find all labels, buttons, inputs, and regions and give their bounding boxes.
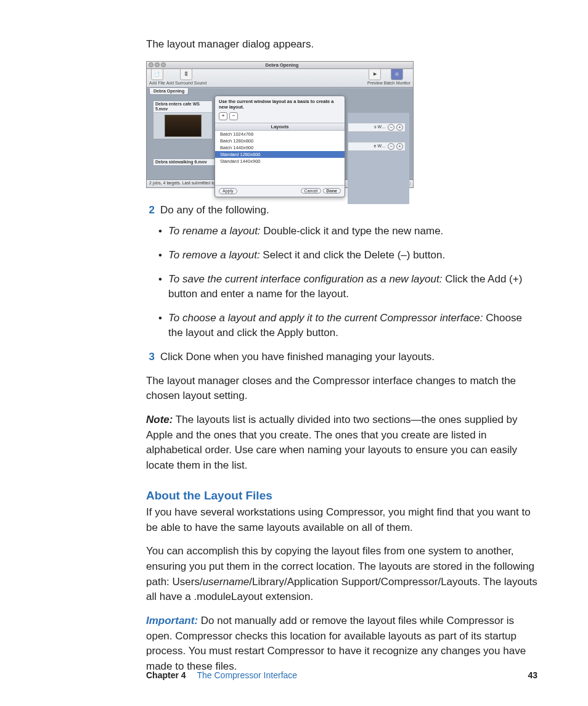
intro-text: The layout manager dialog appears. — [146, 37, 537, 52]
layout-list-item[interactable]: Standard 1280x800 — [215, 151, 345, 158]
file-icon: 📄 — [151, 68, 163, 80]
add-file-label: Add File — [149, 81, 165, 86]
step-2: 2 Do any of the following. — [146, 203, 537, 218]
section-heading: About the Layout Files — [146, 487, 537, 504]
surround-icon: 🎛 — [180, 68, 192, 80]
step-2-text: Do any of the following. — [160, 203, 269, 218]
step-3: 3 Click Done when you have finished mana… — [146, 350, 537, 365]
target-row-1[interactable]: s W… − + — [348, 123, 406, 132]
remove-layout-button[interactable]: − — [229, 112, 238, 120]
batch-tab[interactable]: Debra Opening — [149, 88, 189, 95]
bullet-lead: To choose a layout and apply it to the c… — [168, 312, 483, 324]
plus-icon[interactable]: + — [396, 143, 403, 150]
apply-button[interactable]: Apply — [219, 188, 237, 194]
window-title: Debra Opening — [166, 62, 398, 68]
add-file-button[interactable]: 📄 Add File — [149, 68, 165, 86]
note-paragraph: Note: The layouts list is actually divid… — [146, 413, 537, 474]
toolbar: 📄 Add File 🎛 Add Surround Sound ▶ Previe… — [147, 69, 413, 88]
bullet-item: •To remove a layout: Select it and click… — [158, 248, 537, 263]
layout-manager-screenshot: Debra Opening 📄 Add File 🎛 Add Surround … — [146, 61, 414, 188]
popup-message: Use the current window layout as a basis… — [215, 96, 345, 112]
step-3-text: Click Done when you have finished managi… — [160, 350, 435, 365]
job-card-1[interactable]: Debra enters cafe WS 5.mov — [153, 101, 213, 140]
note-body: The layouts list is actually divided int… — [146, 414, 518, 471]
layout-files-p1: If you have several workstations using C… — [146, 505, 537, 535]
job-card-2[interactable]: Debra sidewalking 6.mov — [153, 158, 216, 166]
footer-chapter-title: The Compressor Interface — [197, 670, 297, 680]
bullet-body: To choose a layout and apply it to the c… — [168, 311, 537, 341]
job-1-thumbnail — [165, 115, 202, 137]
path-username-var: username — [203, 576, 250, 588]
bullet-rest: Select it and click the Delete (–) butto… — [260, 249, 446, 261]
bullet-marker: • — [158, 224, 162, 239]
batch-monitor-button[interactable]: ◎ Batch Monitor — [384, 68, 410, 86]
step-3-number: 3 — [146, 350, 155, 365]
bullet-rest: Double-click it and type the new name. — [261, 225, 444, 237]
add-surround-label: Add Surround Sound — [166, 81, 206, 86]
important-paragraph: Important: Do not manually add or remove… — [146, 614, 537, 675]
step-2-number: 2 — [146, 203, 155, 218]
bullet-item: •To rename a layout: Double-click it and… — [158, 224, 537, 239]
bullet-body: To save the current interface configurat… — [168, 272, 537, 302]
layout-list-item[interactable]: Batch 1024x768 — [215, 131, 345, 138]
layout-list-item[interactable]: Batch 1440x900 — [215, 144, 345, 151]
play-icon: ▶ — [369, 68, 381, 80]
bullet-marker: • — [158, 248, 162, 263]
preview-label: Preview — [367, 81, 383, 86]
bullet-marker: • — [158, 272, 162, 287]
add-surround-button[interactable]: 🎛 Add Surround Sound — [166, 68, 206, 86]
window-titlebar: Debra Opening — [147, 62, 413, 69]
plus-icon[interactable]: + — [396, 124, 403, 131]
batch-monitor-icon: ◎ — [391, 68, 403, 80]
bullet-item: •To choose a layout and apply it to the … — [158, 311, 537, 341]
layout-list-item[interactable]: Standard 1440x900 — [215, 158, 345, 165]
preview-button[interactable]: ▶ Preview — [367, 68, 383, 86]
layouts-list-header: Layouts — [215, 123, 345, 131]
bullet-item: •To save the current interface configura… — [158, 272, 537, 302]
layout-files-path: You can accomplish this by copying the l… — [146, 544, 537, 605]
page-footer: Chapter 4 The Compressor Interface 43 — [146, 669, 537, 681]
bullet-marker: • — [158, 311, 162, 326]
layouts-list[interactable]: Batch 1024x768Batch 1280x800Batch 1440x9… — [215, 131, 345, 186]
important-body: Do not manually add or remove the layout… — [146, 615, 526, 672]
bullet-lead: To rename a layout: — [168, 225, 261, 237]
minimize-icon — [155, 62, 160, 67]
footer-chapter: Chapter 4 — [146, 670, 186, 680]
done-button[interactable]: Done — [323, 188, 341, 194]
cancel-button[interactable]: Cancel — [301, 188, 322, 194]
zoom-icon — [161, 62, 166, 67]
bullet-body: To remove a layout: Select it and click … — [168, 248, 445, 263]
footer-page-number: 43 — [528, 669, 537, 681]
target-2-label: e W… — [374, 144, 386, 149]
target-1-label: s W… — [374, 125, 386, 129]
target-panel: s W… − + e W… − + — [348, 113, 409, 204]
batch-monitor-label: Batch Monitor — [384, 81, 410, 86]
note-label: Note: — [146, 414, 173, 425]
layout-list-item[interactable]: Batch 1280x800 — [215, 138, 345, 144]
bullet-body: To rename a layout: Double-click it and … — [168, 224, 443, 239]
bullet-lead: To save the current interface configurat… — [168, 273, 442, 285]
job-1-title: Debra enters cafe WS 5.mov — [153, 101, 212, 113]
important-label: Important: — [146, 615, 198, 626]
minus-icon[interactable]: − — [388, 124, 394, 131]
target-row-2[interactable]: e W… − + — [348, 142, 406, 151]
traffic-lights — [149, 62, 166, 67]
layout-manager-popup: Use the current window layout as a basis… — [214, 96, 345, 197]
bullet-lead: To remove a layout: — [168, 249, 260, 261]
add-layout-button[interactable]: + — [219, 112, 227, 120]
minus-icon[interactable]: − — [388, 143, 394, 150]
close-icon — [149, 62, 153, 67]
batch-workarea: Debra Opening Debra enters cafe WS 5.mov… — [147, 88, 413, 179]
after-step-3-text: The layout manager closes and the Compre… — [146, 374, 537, 404]
